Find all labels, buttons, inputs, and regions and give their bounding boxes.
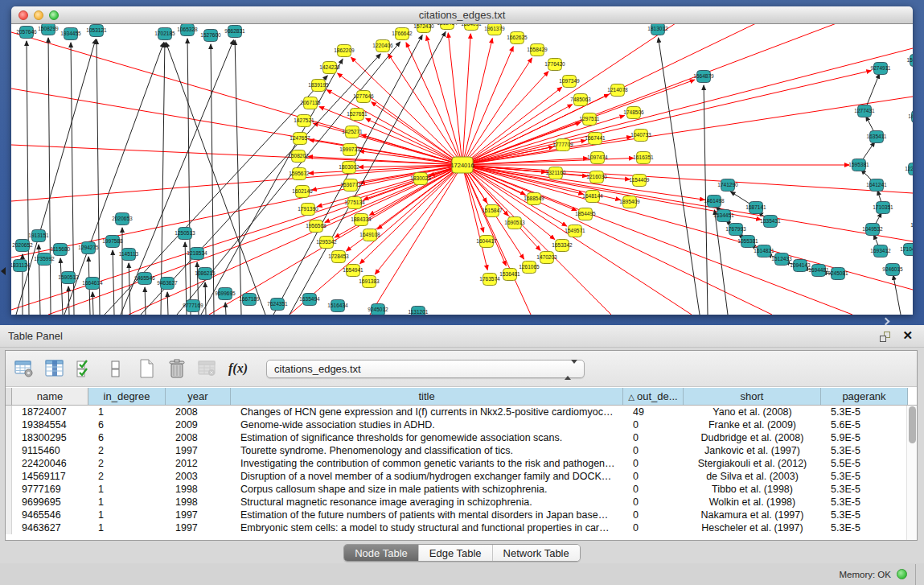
graph-node[interactable]: 1710351 (873, 202, 893, 214)
graph-node-selected[interactable]: 1261065 (519, 262, 540, 274)
column-header-title[interactable]: title (231, 388, 623, 405)
graph-node-selected[interactable]: 1724016 (450, 157, 474, 173)
cell-name[interactable]: 9777169 (12, 483, 88, 496)
cell-pagerank[interactable]: 5.5E-5 (821, 457, 906, 470)
table-row[interactable]: 1456911722003Disruption of a novel membe… (6, 470, 906, 483)
network-window-titlebar[interactable]: citations_edges.txt (11, 6, 913, 24)
graph-node-selected[interactable]: 1527651 (347, 109, 368, 121)
cell-short[interactable]: Jankovic et al. (1997) (684, 444, 821, 457)
zoom-traffic-light-icon[interactable] (49, 10, 59, 20)
deselect-all-icon[interactable] (104, 356, 128, 381)
cell-year[interactable]: 1997 (166, 444, 231, 457)
delete-column-icon[interactable] (165, 356, 189, 381)
graph-node-selected[interactable]: 1664091 (461, 24, 482, 31)
graph-node-selected[interactable]: 1154409 (630, 175, 650, 187)
graph-node-selected[interactable]: 1862209 (334, 45, 355, 57)
graph-node-selected[interactable]: 1791390 (298, 204, 318, 216)
graph-node-selected[interactable]: 1763574 (479, 274, 500, 286)
cell-in_degree[interactable]: 2 (88, 457, 166, 470)
graph-node-selected[interactable]: 1040733 (630, 130, 651, 142)
graph-node-selected[interactable]: 1602146 (292, 186, 313, 198)
cell-short[interactable]: de Silva et al. (2003) (684, 470, 821, 483)
cell-pagerank[interactable]: 5.9E-5 (821, 431, 906, 444)
graph-node-selected[interactable]: 1956568 (306, 220, 326, 233)
graph-node[interactable]: 1294275 (78, 242, 99, 254)
graph-node[interactable]: 1220351 (905, 163, 913, 175)
column-header-name[interactable]: name (12, 388, 88, 405)
graph-node-selected[interactable]: 1595672 (289, 168, 310, 180)
graph-node[interactable]: 1335431 (760, 216, 781, 228)
cell-pagerank[interactable]: 5.3E-5 (821, 470, 906, 483)
scrollbar-thumb[interactable] (909, 406, 916, 443)
cell-out_degree[interactable]: 0 (623, 418, 684, 431)
column-header-pagerank[interactable]: pagerank (821, 388, 908, 405)
graph-node[interactable]: 1664614 (82, 278, 103, 290)
graph-node-selected[interactable]: 1536481 (499, 269, 520, 281)
graph-node-selected[interactable]: 1097474 (587, 152, 608, 164)
memory-ok-icon[interactable] (897, 569, 907, 579)
graph-node[interactable]: 1564879 (693, 71, 714, 83)
table-row[interactable]: 1830029562008Estimation of significance … (6, 431, 906, 444)
column-header-short[interactable]: short (684, 388, 821, 405)
graph-node[interactable]: 2020652 (12, 240, 33, 252)
cell-short[interactable]: Stergiakouli et al. (2012) (684, 457, 821, 470)
cell-in_degree[interactable]: 1 (88, 483, 166, 496)
cell-name[interactable]: 9115460 (12, 444, 88, 457)
cell-in_degree[interactable]: 1 (88, 521, 166, 534)
cell-pagerank[interactable]: 5.3E-5 (821, 496, 906, 509)
graph-node[interactable]: 1635411 (867, 131, 887, 143)
citation-graph[interactable]: 1724016186220914242201839195206711514275… (11, 24, 913, 315)
network-canvas[interactable]: 1724016186220914242201839195206711514275… (11, 24, 913, 315)
cell-year[interactable]: 1997 (166, 521, 231, 534)
graph-node[interactable]: 1145113 (119, 249, 139, 261)
cell-name[interactable]: 9465546 (12, 509, 88, 521)
graph-node[interactable]: 1693412 (870, 245, 891, 257)
cell-in_degree[interactable]: 2 (88, 470, 166, 483)
cell-out_degree[interactable]: 0 (623, 521, 684, 534)
cell-title[interactable]: Estimation of significance thresholds fo… (231, 431, 623, 444)
table-row[interactable]: 2242004622012Investigating the contribut… (6, 457, 906, 470)
cell-out_degree[interactable]: 0 (623, 431, 684, 444)
cell-short[interactable]: Franke et al. (2009) (684, 418, 821, 431)
cell-in_degree[interactable]: 1 (88, 406, 166, 418)
graph-node-selected[interactable]: 2067115 (301, 97, 321, 109)
graph-node-selected[interactable]: 1097349 (559, 76, 580, 88)
graph-node[interactable]: 1250513 (175, 228, 195, 240)
graph-node-selected[interactable]: 1776420 (544, 59, 565, 71)
cell-in_degree[interactable]: 1 (88, 496, 166, 509)
cell-pagerank[interactable]: 5.3E-5 (821, 406, 906, 418)
column-header-year[interactable]: year (166, 388, 231, 405)
graph-node-selected[interactable]: 1895409 (619, 196, 640, 208)
cell-title[interactable]: Corpus callosum shape and size in male p… (231, 483, 623, 496)
cell-in_degree[interactable]: 6 (88, 418, 166, 431)
cell-title[interactable]: Embryonic stem cells: a model to study s… (231, 521, 623, 534)
cell-year[interactable]: 2009 (166, 418, 231, 431)
graph-node-selected[interactable]: 1812454 (437, 24, 458, 30)
cell-in_degree[interactable]: 1 (88, 509, 166, 521)
column-header-in_degree[interactable]: in_degree (88, 388, 166, 405)
cell-out_degree[interactable]: 0 (623, 457, 684, 470)
cell-out_degree[interactable]: 49 (623, 406, 684, 418)
network-view-window[interactable]: citations_edges.txt 17240161862209142422… (11, 6, 913, 315)
cell-short[interactable]: Wolkin et al. (1998) (684, 496, 821, 509)
graph-node[interactable]: 1913151 (28, 230, 49, 242)
graph-node[interactable]: 1831124 (11, 260, 31, 272)
graph-node[interactable]: 1997588 (102, 236, 123, 248)
cell-title[interactable]: Investigating the contribution of common… (231, 457, 623, 470)
cell-out_degree[interactable]: 0 (623, 470, 684, 483)
tab-node-table[interactable]: Node Table (344, 545, 418, 561)
float-panel-icon[interactable] (880, 332, 890, 342)
cell-name[interactable]: 22420046 (12, 457, 88, 470)
cell-pagerank[interactable]: 5.3E-5 (821, 509, 906, 521)
cell-year[interactable]: 1998 (166, 483, 231, 496)
graph-node[interactable]: 1702185 (154, 28, 175, 40)
graph-node[interactable]: 1516434 (327, 300, 348, 312)
graph-node[interactable]: 1131201 (409, 307, 429, 315)
tab-edge-table[interactable]: Edge Table (418, 545, 492, 561)
cell-title[interactable]: Tourette syndrome. Phenomenology and cla… (231, 444, 623, 457)
graph-node[interactable]: 1053121 (86, 25, 107, 37)
graph-node-selected[interactable]: 1662625 (507, 32, 528, 44)
graph-node[interactable]: 9246015 (882, 264, 903, 276)
graph-node[interactable]: 1934455 (60, 28, 81, 40)
graph-node[interactable]: 1527600 (200, 30, 221, 42)
